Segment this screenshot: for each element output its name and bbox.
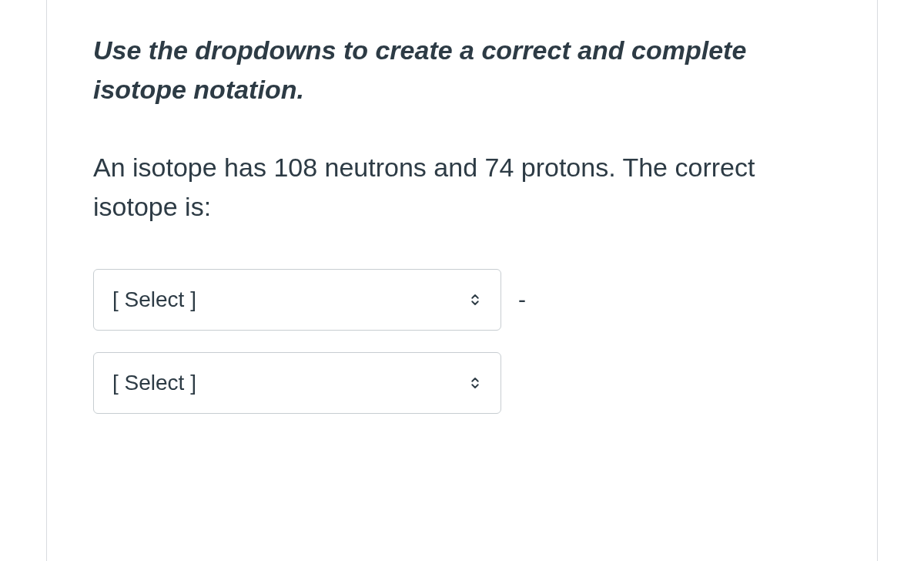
- dropdown-row-2: [ Select ]: [93, 352, 831, 414]
- dropdown-mass-select[interactable]: [ Select ]: [93, 352, 501, 414]
- question-container: Use the dropdowns to create a correct an…: [46, 0, 878, 561]
- dropdown-row-1: [ Select ] -: [93, 269, 831, 331]
- dropdown-element-select[interactable]: [ Select ]: [93, 269, 501, 331]
- dropdown-label: [ Select ]: [112, 371, 196, 395]
- separator-text: -: [518, 287, 526, 313]
- dropdown-label: [ Select ]: [112, 287, 196, 312]
- question-text: An isotope has 108 neutrons and 74 proto…: [93, 148, 825, 227]
- chevron-up-down-icon: [468, 293, 482, 307]
- instruction-text: Use the dropdowns to create a correct an…: [93, 31, 748, 109]
- chevron-up-down-icon: [468, 376, 482, 390]
